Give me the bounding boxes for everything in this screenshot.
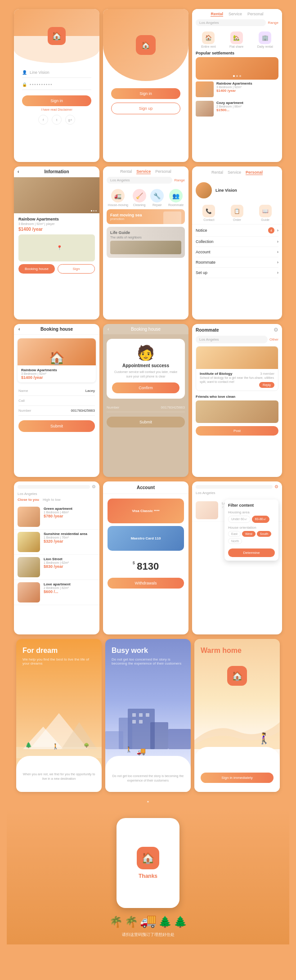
sort-price[interactable]: High to low bbox=[43, 498, 61, 502]
img-dot-1 bbox=[91, 210, 92, 211]
svg-text:🚶: 🚶 bbox=[52, 743, 59, 750]
visa-card[interactable]: Visa Classic **** bbox=[108, 499, 184, 523]
filter-confirm-button[interactable]: Determine bbox=[228, 548, 275, 557]
signup-button[interactable]: Sign up bbox=[111, 103, 180, 114]
signin-button[interactable]: Sign in bbox=[22, 95, 91, 106]
number-label: Number bbox=[107, 405, 119, 409]
filter-search-input[interactable] bbox=[196, 485, 273, 489]
service-moving[interactable]: 🚛 House-moving bbox=[108, 189, 128, 207]
booking-button[interactable]: Booking house bbox=[18, 264, 55, 274]
warm-bottom-wave bbox=[194, 747, 280, 792]
withdraw-button[interactable]: Withdrawals bbox=[108, 578, 184, 589]
chip-north[interactable]: North bbox=[228, 538, 242, 544]
apt-name-2: Cozy apartment bbox=[216, 101, 278, 105]
service-cards: Fast moving sea promotion Life Guide The… bbox=[103, 209, 188, 258]
category-flat-share[interactable]: 🏡 Flat share bbox=[229, 31, 243, 48]
sort-close[interactable]: Close to you bbox=[18, 498, 39, 502]
roommate-card-1[interactable]: Institute of Biology 3 member School of … bbox=[196, 346, 278, 391]
service-search-row: Los Angeles Range bbox=[107, 177, 185, 184]
card2-title: Life Guide bbox=[110, 230, 181, 235]
google-icon[interactable]: g+ bbox=[65, 115, 75, 125]
password-field[interactable]: •••••••••• bbox=[30, 82, 53, 87]
apartment-list-screen: ⚙ Los Angeles Close to you High to low G… bbox=[14, 481, 99, 634]
range-button[interactable]: Range bbox=[268, 21, 278, 25]
chip-60-80[interactable]: 60-80㎡ bbox=[252, 516, 269, 523]
filter-icon[interactable]: ⚙ bbox=[274, 327, 278, 333]
name-field[interactable]: Name Lacey bbox=[18, 386, 95, 396]
tab-service[interactable]: Service bbox=[229, 12, 242, 17]
number-value: 001783425663 bbox=[161, 405, 185, 409]
filter-title: Filter content bbox=[228, 503, 275, 508]
menu-account[interactable]: Account › bbox=[196, 247, 278, 257]
near-button[interactable]: Other bbox=[269, 336, 278, 343]
menu-notice[interactable]: Notice 4 › bbox=[196, 225, 278, 237]
tab-rental[interactable]: Rental bbox=[211, 12, 223, 17]
list-item-2[interactable]: Sunshine residential area 1 Bedroom | 76… bbox=[14, 530, 99, 555]
list-filter-icon[interactable]: ⚙ bbox=[92, 484, 96, 489]
facebook-icon[interactable]: f bbox=[38, 115, 48, 125]
confirm-button[interactable]: Confirm bbox=[112, 382, 179, 393]
reply-button-1[interactable]: Reply bbox=[259, 382, 274, 388]
back-icon[interactable]: ‹ bbox=[18, 327, 20, 332]
svg-rect-15 bbox=[132, 720, 136, 724]
login-logo: 🏠 bbox=[48, 27, 66, 45]
back-icon[interactable]: ‹ bbox=[108, 327, 109, 332]
service-card-1[interactable]: Fast moving sea promotion bbox=[107, 209, 185, 224]
appt-title: Appointment success bbox=[112, 363, 179, 368]
service-cleaning[interactable]: 🧹 Cleaning bbox=[133, 189, 146, 207]
appt-submit-button[interactable]: Submit bbox=[107, 417, 185, 427]
menu-collection[interactable]: Collection › bbox=[196, 237, 278, 247]
service-location[interactable]: Los Angeles bbox=[107, 177, 172, 184]
tab-personal[interactable]: Personal bbox=[246, 170, 263, 175]
account-screen: Account Visa Classic **** Maestro Card 1… bbox=[103, 481, 188, 634]
search-input[interactable]: Los Angeles bbox=[196, 19, 266, 26]
twitter-icon[interactable]: t bbox=[52, 115, 62, 125]
list-item-3[interactable]: Lion Street 1 Bedroom | 62m² $830 /year bbox=[14, 555, 99, 580]
number-field[interactable]: Number 001783425663 bbox=[18, 406, 95, 416]
tab-service[interactable]: Service bbox=[136, 169, 151, 174]
service-roommate[interactable]: 👥 Roommate bbox=[168, 189, 184, 207]
list-search-input[interactable] bbox=[18, 485, 90, 489]
booking-apt-details: 3 Bedroom | 92m² bbox=[21, 372, 92, 375]
appt-number-field[interactable]: Number 001783425663 bbox=[107, 403, 185, 412]
chip-under60[interactable]: Under 60㎡ bbox=[228, 516, 251, 523]
submit-button[interactable]: Submit bbox=[18, 420, 95, 432]
tab-personal[interactable]: Personal bbox=[155, 169, 171, 174]
category-daily-rental[interactable]: 🏢 Daily rental bbox=[257, 31, 273, 48]
apartment-card-2[interactable]: Cozy apartment 2 Bedroom | 86m² $1500... bbox=[192, 99, 282, 118]
action-contact[interactable]: 📞 Contact bbox=[202, 205, 215, 221]
action-order[interactable]: 📋 Order bbox=[231, 205, 243, 221]
apartment-card-1[interactable]: Rainbow Apartments 3 Bedroom | 92m² $140… bbox=[192, 80, 282, 99]
filter-toggle-icon[interactable]: ⚙ bbox=[274, 484, 278, 489]
tab-personal[interactable]: Personal bbox=[247, 12, 264, 17]
cta-button[interactable]: Sign in immediately bbox=[201, 773, 274, 783]
category-entire-rent[interactable]: 🏠 Entire rent bbox=[201, 31, 215, 48]
service-card-2[interactable]: Life Guide The skills of neighbors bbox=[107, 227, 185, 258]
tab-rental[interactable]: Rental bbox=[211, 170, 223, 175]
notice-label: Notice bbox=[196, 228, 207, 233]
filter-bg-header: ⚙ Los Angeles bbox=[192, 481, 282, 499]
list-apt-image-1 bbox=[18, 507, 40, 527]
moving-label: House-moving bbox=[108, 203, 128, 207]
chip-west[interactable]: West bbox=[242, 531, 256, 537]
menu-roommate[interactable]: Roommate › bbox=[196, 257, 278, 268]
post-button[interactable]: Post bbox=[196, 426, 278, 436]
signin-button[interactable]: Sign in bbox=[111, 88, 180, 99]
tab-service[interactable]: Service bbox=[228, 170, 241, 175]
maestro-card[interactable]: Maestro Card 110 bbox=[108, 526, 184, 551]
service-range[interactable]: Range bbox=[174, 178, 185, 182]
sign-button[interactable]: Sign bbox=[58, 264, 95, 274]
list-item-4[interactable]: Love apartment 2 Bedroom | 82m² $600 /..… bbox=[14, 580, 99, 605]
chip-east[interactable]: East bbox=[228, 531, 241, 537]
call-field[interactable]: Call bbox=[18, 396, 95, 406]
list-apt-detail-4: 2 Bedroom | 82m² bbox=[44, 586, 96, 589]
chip-south[interactable]: South bbox=[257, 531, 271, 537]
apt-price-1: $1400 /year bbox=[216, 89, 278, 93]
action-guide[interactable]: 📖 Guide bbox=[259, 205, 272, 221]
service-repair[interactable]: 🔧 Repair bbox=[150, 189, 164, 207]
list-item-1[interactable]: Green apartment 1 Bedroom | 48m² $780 /y… bbox=[14, 504, 99, 530]
tab-rental[interactable]: Rental bbox=[120, 169, 132, 174]
roommate-location[interactable]: Los Angeles bbox=[196, 336, 268, 343]
menu-setup[interactable]: Set up › bbox=[196, 268, 278, 278]
back-icon[interactable]: ‹ bbox=[18, 169, 19, 174]
